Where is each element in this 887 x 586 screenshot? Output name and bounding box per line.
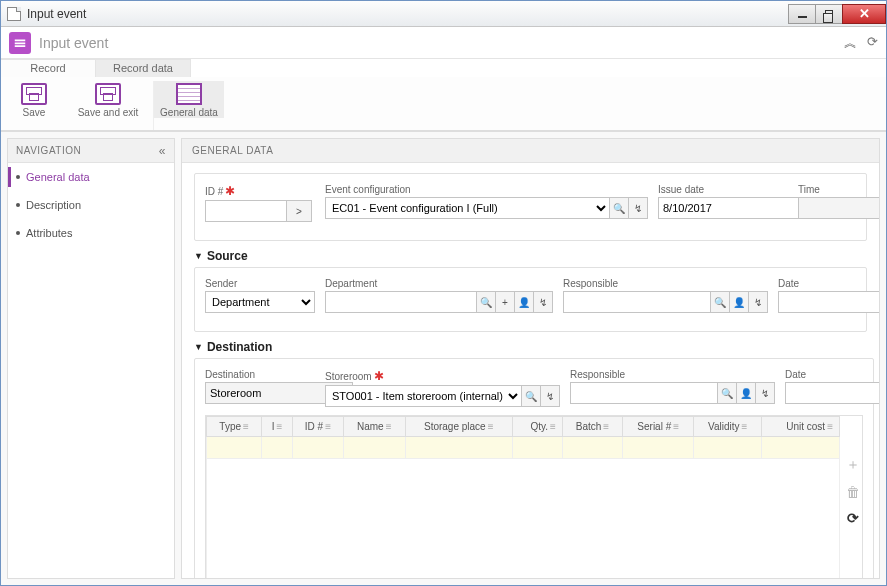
search-icon[interactable]: 🔍	[476, 291, 496, 313]
binoculars-icon[interactable]: 🔍	[521, 385, 541, 407]
nav-item-label: Description	[26, 199, 81, 211]
sender-select[interactable]: Department	[205, 291, 315, 313]
table-side-toolbar: ＋ 🗑 ⟳	[844, 416, 862, 526]
general-data-label: General data	[160, 107, 218, 118]
search-icon[interactable]: 🔍	[717, 382, 737, 404]
person-icon[interactable]: 👤	[729, 291, 749, 313]
department-input[interactable]	[325, 291, 477, 313]
save-and-exit-button[interactable]: Save and exit	[73, 81, 143, 118]
col-qty[interactable]: Qty.≡	[512, 417, 562, 437]
items-table[interactable]: Type≡ I≡ ID #≡ Name≡ Storage place≡ Qty.…	[206, 416, 840, 579]
id-input[interactable]	[205, 200, 287, 222]
destination-title-label: Destination	[207, 340, 272, 354]
navigation-header: NAVIGATION «	[8, 139, 174, 163]
app-icon	[9, 32, 31, 54]
table-refresh-icon[interactable]: ⟳	[847, 510, 859, 526]
window-controls: ✕	[789, 4, 886, 24]
clear-icon[interactable]: ↯	[628, 197, 648, 219]
close-button[interactable]: ✕	[842, 4, 886, 24]
window-title: Input event	[27, 7, 86, 21]
tab-record-data[interactable]: Record data	[96, 59, 191, 77]
storeroom-label: Storeroom✱	[325, 369, 560, 383]
save-label: Save	[23, 107, 46, 118]
form-header: GENERAL DATA	[182, 139, 879, 163]
clear-icon[interactable]: ↯	[540, 385, 560, 407]
event-config-select[interactable]: EC01 - Event configuration I (Full)	[325, 197, 610, 219]
search-icon[interactable]: 🔍	[710, 291, 730, 313]
caret-down-icon: ▼	[194, 251, 203, 261]
general-data-button[interactable]: General data	[154, 81, 224, 118]
src-date-input[interactable]	[778, 291, 880, 313]
id-label: ID #✱	[205, 184, 315, 198]
delete-row-icon[interactable]: 🗑	[846, 484, 860, 500]
app-title: Input event	[39, 35, 108, 51]
refresh-icon[interactable]: ⟳	[867, 34, 878, 52]
destination-fieldset: Destination Storeroom✱ STO001 - Item sto…	[194, 358, 874, 579]
col-type[interactable]: Type≡	[207, 417, 262, 437]
destination-section-title[interactable]: ▼ Destination	[194, 340, 867, 354]
clear-icon[interactable]: ↯	[533, 291, 553, 313]
person-icon[interactable]: 👤	[514, 291, 534, 313]
src-date-label: Date	[778, 278, 856, 289]
collapse-up-icon[interactable]: ︽	[844, 34, 857, 52]
bullet-icon	[16, 175, 20, 179]
nav-item-label: General data	[26, 171, 90, 183]
storeroom-select[interactable]: STO001 - Item storeroom (internal)	[325, 385, 522, 407]
nav-item-description[interactable]: Description	[8, 191, 174, 219]
src-responsible-label: Responsible	[563, 278, 768, 289]
time-input[interactable]	[798, 197, 880, 219]
issue-date-input[interactable]	[658, 197, 806, 219]
form-header-label: GENERAL DATA	[192, 145, 273, 156]
source-title-label: Source	[207, 249, 248, 263]
src-responsible-input[interactable]	[563, 291, 711, 313]
col-batch[interactable]: Batch≡	[562, 417, 622, 437]
ribbon: Save Save and exit General data	[1, 77, 886, 131]
table-row[interactable]	[207, 437, 840, 459]
event-config-label: Event configuration	[325, 184, 648, 195]
navigation-panel: NAVIGATION « General data Description At…	[7, 138, 175, 579]
ribbon-tabs: Record Record data	[1, 59, 886, 77]
col-serial[interactable]: Serial #≡	[623, 417, 694, 437]
col-validity[interactable]: Validity≡	[694, 417, 762, 437]
col-id[interactable]: ID #≡	[292, 417, 343, 437]
clear-icon[interactable]: ↯	[755, 382, 775, 404]
sender-label: Sender	[205, 278, 315, 289]
save-icon	[21, 83, 47, 105]
restore-button[interactable]	[815, 4, 843, 24]
app-header: Input event ︽ ⟳	[1, 27, 886, 59]
nav-item-general-data[interactable]: General data	[8, 163, 174, 191]
col-name[interactable]: Name≡	[343, 417, 405, 437]
id-next-button[interactable]: >	[286, 200, 312, 222]
add-icon[interactable]: +	[495, 291, 515, 313]
issue-date-label: Issue date	[658, 184, 788, 195]
destination-label: Destination	[205, 369, 315, 380]
bullet-icon	[16, 203, 20, 207]
nav-item-label: Attributes	[26, 227, 72, 239]
time-label: Time	[798, 184, 856, 195]
add-row-icon[interactable]: ＋	[846, 456, 860, 474]
save-button[interactable]: Save	[5, 81, 63, 118]
col-storage[interactable]: Storage place≡	[405, 417, 512, 437]
tab-record[interactable]: Record	[1, 59, 96, 77]
dst-date-input[interactable]	[785, 382, 880, 404]
save-exit-icon	[95, 83, 121, 105]
source-section-title[interactable]: ▼ Source	[194, 249, 867, 263]
content-area: NAVIGATION « General data Description At…	[1, 131, 886, 585]
nav-item-attributes[interactable]: Attributes	[8, 219, 174, 247]
col-i[interactable]: I≡	[262, 417, 293, 437]
dst-responsible-input[interactable]	[570, 382, 718, 404]
clear-icon[interactable]: ↯	[748, 291, 768, 313]
col-unitcost[interactable]: Unit cost≡	[762, 417, 840, 437]
document-icon	[7, 7, 21, 21]
table-empty-area	[207, 459, 840, 579]
binoculars-icon[interactable]: 🔍	[609, 197, 629, 219]
form-icon	[176, 83, 202, 105]
collapse-nav-icon[interactable]: «	[159, 144, 166, 158]
form-panel: GENERAL DATA ID #✱ > Event configuration	[181, 138, 880, 579]
source-fieldset: Sender Department Department 🔍 + 👤 ↯	[194, 267, 867, 332]
department-label: Department	[325, 278, 553, 289]
caret-down-icon: ▼	[194, 342, 203, 352]
header-fieldset: ID #✱ > Event configuration EC01 - Event…	[194, 173, 867, 241]
person-icon[interactable]: 👤	[736, 382, 756, 404]
minimize-button[interactable]	[788, 4, 816, 24]
